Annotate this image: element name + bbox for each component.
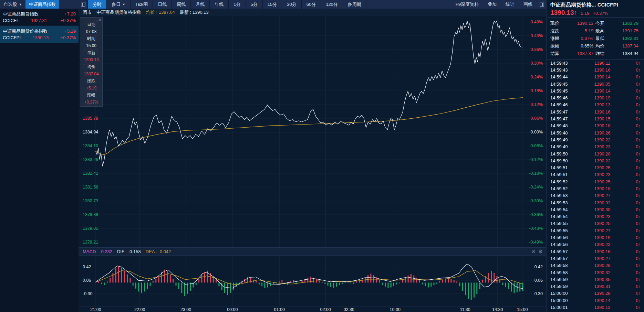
- tick-row[interactable]: 14:59:511390.230↑: [547, 171, 644, 178]
- toolbar-tab-7[interactable]: 1分: [229, 0, 246, 9]
- tick-row[interactable]: 14:59:451390.050↑: [547, 80, 644, 87]
- watchlist-item-0[interactable]: 中证商品期货指数+7.20CCICFI1927.31+0.37%: [0, 9, 79, 26]
- tick-row[interactable]: 14:59:581390.280↑: [547, 262, 644, 269]
- tick-row[interactable]: 14:59:591390.350↑: [547, 276, 644, 283]
- tick-time: 14:59:56: [550, 242, 574, 247]
- tick-row[interactable]: 15:00:001390.280↑: [547, 290, 644, 297]
- chevron-down-icon: ▼: [122, 3, 125, 6]
- close-icon[interactable]: ✕: [98, 18, 101, 22]
- chart-header: 闭市 中证商品期货价格指数 均价 : 1387.04 最新 : 1390.13: [79, 9, 546, 16]
- stat-label: 涨幅: [550, 35, 568, 42]
- tick-row[interactable]: 14:59:461390.190↑: [547, 94, 644, 101]
- tick-row[interactable]: 14:59:581390.320↑: [547, 269, 644, 276]
- stat-value: 1387.04: [613, 42, 641, 50]
- tick-row[interactable]: 14:59:521390.180↑: [547, 185, 644, 192]
- tick-row[interactable]: 15:00:011390.130↑: [547, 304, 644, 311]
- tick-row[interactable]: 14:59:541390.300↑: [547, 206, 644, 213]
- toolbar-tab-5[interactable]: 月线: [191, 0, 210, 9]
- toolbar-right-item-3[interactable]: 画线: [519, 0, 537, 9]
- toolbar-tab-9[interactable]: 15分: [263, 0, 282, 9]
- tick-price: 1390.19: [574, 95, 630, 100]
- tick-volume-number: 0: [636, 284, 638, 289]
- watchlist-tab-0[interactable]: 自选股▼: [0, 0, 25, 9]
- tick-row[interactable]: 14:59:471390.160↑: [547, 108, 644, 115]
- tick-time: 15:00:00: [550, 298, 574, 303]
- tick-row[interactable]: 14:59:501390.200↑: [547, 150, 644, 157]
- tick-row[interactable]: 14:59:501390.220↑: [547, 157, 644, 164]
- tick-row[interactable]: 14:59:461390.130↑: [547, 101, 644, 108]
- toolbar-tab-10[interactable]: 30分: [282, 0, 301, 9]
- up-arrow-icon: ↑: [574, 9, 578, 16]
- toolbar-tab-8[interactable]: 5分: [246, 0, 263, 9]
- tick-volume: 0↑: [630, 95, 641, 100]
- tick-time: 14:59:49: [550, 137, 574, 142]
- tick-row[interactable]: 14:59:521390.250↑: [547, 178, 644, 185]
- price-chart[interactable]: 1391.661390.831389.991389.151388.311387.…: [79, 16, 546, 247]
- tick-row[interactable]: 15:00:001390.140↑: [547, 297, 644, 304]
- toolbar-tab-11[interactable]: 60分: [302, 0, 321, 9]
- layout-right-icon[interactable]: [537, 0, 546, 9]
- tick-time: 14:59:53: [550, 200, 574, 205]
- tick-row[interactable]: 14:59:561390.190↑: [547, 234, 644, 241]
- tick-row[interactable]: 14:59:561390.230↑: [547, 241, 644, 248]
- tick-row[interactable]: 14:59:491390.230↑: [547, 143, 644, 150]
- tick-time: 14:59:46: [550, 102, 574, 107]
- tick-row[interactable]: 14:59:531390.320↑: [547, 199, 644, 206]
- tick-row[interactable]: 14:59:511390.250↑: [547, 164, 644, 171]
- tick-row[interactable]: 14:59:571390.160↑: [547, 248, 644, 255]
- toolbar-tab-label: 15分: [268, 1, 277, 8]
- quote-title-row: 中证商品期货价格... CCICFPI: [550, 2, 641, 8]
- quote-code: CCICFPI: [598, 2, 618, 8]
- macd-chart[interactable]: 0.420.420.060.06-0.30-0.30: [79, 256, 546, 306]
- tick-row[interactable]: 14:59:481390.260↑: [547, 129, 644, 136]
- tick-volume-number: 0: [636, 242, 638, 247]
- tick-volume-number: 0: [636, 74, 638, 79]
- tick-volume-number: 0: [636, 144, 638, 149]
- tick-volume-number: 0: [636, 186, 638, 191]
- stat-value: 1383.79: [613, 20, 641, 27]
- tick-row[interactable]: 14:59:551390.250↑: [547, 220, 644, 227]
- time-axis: 21:0022:0023:0000:0001:0002:0002:3010:00…: [79, 306, 546, 312]
- tick-list[interactable]: 14:59:431390.110↑14:59:431390.160↑14:59:…: [547, 60, 644, 311]
- up-arrow-icon: ↑: [638, 88, 641, 94]
- tick-row[interactable]: 14:59:551390.270↑: [547, 227, 644, 234]
- toolbar-tab-4[interactable]: 周线: [172, 0, 191, 9]
- toolbar-right-item-2[interactable]: 统计: [501, 0, 519, 9]
- instrument-code: CCICFPI: [3, 34, 21, 41]
- tick-row[interactable]: 14:59:531390.270↑: [547, 192, 644, 199]
- tick-row[interactable]: 14:59:571390.270↑: [547, 255, 644, 262]
- tick-row[interactable]: 14:59:471390.150↑: [547, 115, 644, 122]
- watchlist-tab-1[interactable]: 中证商品指数: [25, 0, 59, 9]
- tick-row[interactable]: 14:59:431390.160↑: [547, 66, 644, 73]
- toolbar-tab-6[interactable]: 年线: [210, 0, 229, 9]
- tick-volume: 0↑: [630, 284, 641, 289]
- toolbar-tab-2[interactable]: Tick图: [131, 0, 153, 9]
- tick-row[interactable]: 14:59:451390.140↑: [547, 87, 644, 94]
- tick-row[interactable]: 14:59:491390.220↑: [547, 136, 644, 143]
- tick-price: 1390.35: [574, 277, 630, 282]
- toolbar-tab-12[interactable]: 120分: [321, 0, 343, 9]
- tick-price: 1390.19: [574, 235, 630, 240]
- close-circle-icon[interactable]: ⊗: [532, 249, 536, 254]
- toolbar-tab-0[interactable]: 分时: [88, 0, 107, 9]
- tick-row[interactable]: 14:59:431390.110↑: [547, 60, 644, 66]
- stat-value: 5.19: [568, 27, 595, 35]
- tick-volume: 0↑: [630, 256, 641, 261]
- toolbar-tab-1[interactable]: 多日▼: [107, 0, 131, 9]
- tick-volume: 0↑: [630, 151, 641, 157]
- panel-layout-icon: [81, 2, 85, 7]
- toolbar-tab-13[interactable]: 多周期: [343, 0, 366, 9]
- toolbar-tab-3[interactable]: 日线: [153, 0, 172, 9]
- tick-volume: 0↑: [630, 67, 641, 73]
- gear-icon[interactable]: ⚙: [538, 249, 543, 254]
- tick-volume: 0↑: [630, 123, 641, 128]
- tick-row[interactable]: 14:59:541390.230↑: [547, 213, 644, 220]
- stat-value: 0.65%: [568, 42, 595, 50]
- tick-row[interactable]: 14:59:591390.310↑: [547, 283, 644, 290]
- layout-left-icon[interactable]: [79, 0, 88, 9]
- watchlist-item-1[interactable]: 中证商品期货价格指数+5.19CCICFPI1390.13+0.37%: [0, 26, 79, 43]
- tick-row[interactable]: 14:59:441390.140↑: [547, 74, 644, 80]
- toolbar-right-item-0[interactable]: F9深度资料: [451, 0, 483, 9]
- toolbar-right-item-1[interactable]: 叠加: [483, 0, 501, 9]
- tick-row[interactable]: 14:59:481390.180↑: [547, 122, 644, 129]
